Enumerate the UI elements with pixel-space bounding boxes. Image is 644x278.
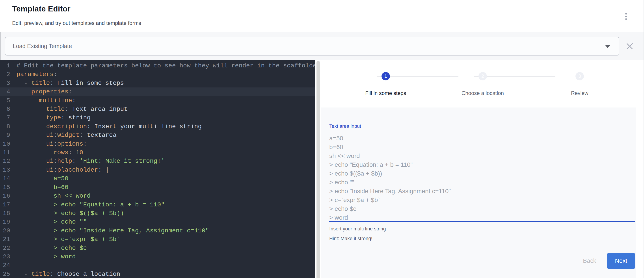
textarea-placeholder: a=50 b=60 sh << word > echo "Equation: a… [329, 134, 635, 222]
editor-line[interactable]: 11 rows: 10 [0, 148, 315, 157]
code-text: > echo $c [16, 244, 87, 253]
code-text: ui:placeholder: | [16, 166, 109, 174]
editor-line[interactable]: 10 ui:options: [0, 140, 315, 148]
editor-line[interactable]: 17 > echo "Equation: a + b = 110" [0, 201, 315, 209]
editor-line[interactable]: 3 - title: Fill in some steps [0, 79, 315, 87]
line-number: 22 [0, 244, 10, 253]
code-text: properties: [16, 87, 72, 96]
editor-line[interactable]: 15 b=60 [0, 183, 315, 192]
line-number: 12 [0, 157, 10, 165]
code-text: - title: Fill in some steps [16, 79, 124, 87]
line-number: 15 [0, 183, 10, 192]
editor-line[interactable]: 13 ui:placeholder: | [0, 166, 315, 174]
code-text: sh << word [16, 192, 90, 200]
page-header: Template Editor Edit, preview, and try o… [0, 0, 644, 32]
editor-line[interactable]: 9 ui:widget: textarea [0, 131, 315, 139]
kebab-menu-icon [625, 13, 627, 14]
editor-line[interactable]: 12 ui:help: 'Hint: Make it strong!' [0, 157, 315, 165]
editor-line[interactable]: 18 > echo $(($a + $b)) [0, 209, 315, 218]
line-number: 10 [0, 140, 10, 148]
code-text: # Edit the template parameters below to … [16, 61, 315, 70]
editor-line[interactable]: 2parameters: [0, 70, 315, 79]
stepper-step-3: 3Review [531, 60, 628, 96]
editor-line[interactable]: 5 multiline: [0, 96, 315, 105]
code-text: b=60 [16, 183, 68, 192]
code-text: > echo "" [16, 218, 87, 226]
editor-line[interactable]: 24 [0, 261, 315, 270]
line-number: 2 [0, 70, 10, 79]
step-number-badge: 2 [478, 72, 487, 80]
code-text: description: Insert your multi line stri… [16, 122, 202, 131]
textarea-field[interactable]: a=50 b=60 sh << word > echo "Equation: a… [329, 134, 635, 222]
code-editor[interactable]: 1# Edit the template parameters below to… [0, 60, 315, 278]
line-number: 6 [0, 105, 10, 113]
back-button[interactable]: Back [583, 258, 596, 264]
code-text: a=50 [16, 174, 68, 183]
editor-line[interactable]: 19 > echo "" [0, 218, 315, 226]
editor-line[interactable]: 22 > echo $c [0, 244, 315, 253]
code-editor-lines: 1# Edit the template parameters below to… [0, 61, 315, 278]
text-cursor [329, 135, 329, 142]
code-text: > word [16, 253, 76, 261]
line-number: 11 [0, 148, 10, 157]
code-text: > c=`expr $a + $b` [16, 235, 120, 244]
line-number: 3 [0, 79, 10, 87]
line-number: 9 [0, 131, 10, 139]
editor-line[interactable]: 6 title: Text area input [0, 105, 315, 113]
textarea-field-label: Text area input [329, 123, 635, 129]
line-number: 4 [0, 87, 10, 96]
editor-line[interactable]: 4 properties: [0, 87, 315, 96]
line-number: 8 [0, 122, 10, 131]
code-text: parameters: [16, 70, 57, 79]
editor-line[interactable]: 14 a=50 [0, 174, 315, 183]
editor-line[interactable]: 1# Edit the template parameters below to… [0, 61, 315, 70]
step-number-badge: 1 [382, 72, 390, 80]
load-template-select[interactable]: Load Existing Template [5, 37, 619, 55]
editor-line[interactable]: 8 description: Insert your multi line st… [0, 122, 315, 131]
line-number: 5 [0, 96, 10, 105]
code-text: > echo "Equation: a + b = 110" [16, 201, 165, 209]
code-text: > echo "Inside Here Tag, Assignment c=11… [16, 227, 209, 235]
step-label: Choose a location [462, 90, 504, 96]
line-number: 14 [0, 174, 10, 183]
line-number: 23 [0, 253, 10, 261]
editor-line[interactable]: 23 > word [0, 253, 315, 261]
load-template-select-value: Load Existing Template [13, 43, 72, 49]
line-number: 17 [0, 201, 10, 209]
line-number: 16 [0, 192, 10, 200]
wizard-actions: Back Next [329, 253, 635, 269]
code-text: > echo $(($a + $b)) [16, 209, 124, 218]
code-text: ui:widget: textarea [16, 131, 116, 139]
step-label: Fill in some steps [365, 90, 406, 96]
kebab-menu-icon [625, 18, 627, 20]
more-options-button[interactable] [622, 11, 630, 21]
line-number: 25 [0, 270, 10, 278]
editor-line[interactable]: 16 sh << word [0, 192, 315, 200]
main-split-view: 1# Edit the template parameters below to… [0, 60, 644, 278]
code-text: title: Text area input [16, 105, 128, 113]
caret-down-icon [605, 45, 610, 48]
field-description: Insert your multi line string [329, 226, 635, 232]
stepper-step-2: 2Choose a location [434, 60, 531, 96]
code-text: - title: Choose a location [16, 270, 120, 278]
line-number: 18 [0, 209, 10, 218]
code-text: ui:help: 'Hint: Make it strong!' [16, 157, 165, 165]
stepper-steps: 1Fill in some steps2Choose a location3Re… [337, 60, 628, 96]
line-number: 21 [0, 235, 10, 244]
editor-line[interactable]: 25 - title: Choose a location [0, 270, 315, 278]
editor-line[interactable]: 20 > echo "Inside Here Tag, Assignment c… [0, 227, 315, 235]
close-icon [626, 42, 634, 50]
template-select-row: Load Existing Template [0, 32, 644, 60]
code-text: type: string [16, 113, 90, 122]
template-editor-page: Template Editor Edit, preview, and try o… [0, 0, 644, 278]
clear-template-button[interactable] [626, 42, 634, 50]
editor-line[interactable]: 21 > c=`expr $a + $b` [0, 235, 315, 244]
editor-line[interactable]: 7 type: string [0, 113, 315, 122]
stepper-step-1: 1Fill in some steps [337, 60, 434, 96]
line-number: 13 [0, 166, 10, 174]
next-button[interactable]: Next [607, 253, 635, 269]
step-label: Review [571, 90, 588, 96]
pane-splitter-handle[interactable] [316, 61, 320, 278]
code-text: rows: 10 [16, 148, 83, 157]
line-number: 1 [0, 61, 10, 70]
